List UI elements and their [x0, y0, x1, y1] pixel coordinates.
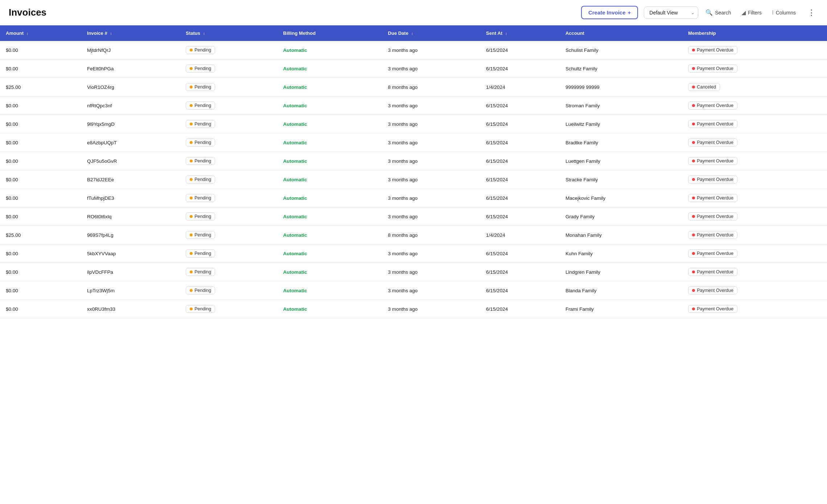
membership-dot	[692, 270, 695, 273]
status-dot	[190, 252, 193, 255]
cell-membership: Payment Overdue	[682, 59, 827, 78]
cell-billing-method: Automatic	[277, 263, 382, 281]
table-row[interactable]: $0.00 xx0RU3fm33 Pending Automatic 3 mon…	[0, 300, 827, 318]
cell-invoice-num: e8AzbpUQpT	[81, 133, 180, 152]
cell-account: Schultz Family	[560, 59, 682, 78]
billing-method-label: Automatic	[283, 269, 307, 275]
col-due-date[interactable]: Due Date ↕	[382, 25, 481, 41]
cell-amount: $0.00	[0, 41, 81, 59]
membership-dot	[692, 141, 695, 144]
status-badge: Pending	[186, 65, 215, 73]
cell-amount: $0.00	[0, 207, 81, 226]
filters-button[interactable]: ◢ Filters	[740, 7, 763, 18]
table-row[interactable]: $0.00 e8AzbpUQpT Pending Automatic 3 mon…	[0, 133, 827, 152]
cell-membership: Payment Overdue	[682, 226, 827, 244]
status-dot	[190, 270, 193, 273]
table-row[interactable]: $25.00 969S7fp4Lg Pending Automatic 8 mo…	[0, 226, 827, 244]
membership-badge: Payment Overdue	[688, 231, 737, 239]
col-amount[interactable]: Amount ↕	[0, 25, 81, 41]
table-row[interactable]: $0.00 RO6t0t6xlq Pending Automatic 3 mon…	[0, 207, 827, 226]
cell-amount: $0.00	[0, 152, 81, 170]
cell-sent-at: 6/15/2024	[480, 133, 560, 152]
cell-amount: $25.00	[0, 78, 81, 96]
col-due-date-label: Due Date	[388, 30, 408, 36]
status-label: Pending	[194, 84, 211, 90]
status-label: Pending	[194, 214, 211, 219]
col-sent-at[interactable]: Sent At ↕	[480, 25, 560, 41]
sort-icon-status: ↕	[203, 31, 205, 36]
cell-membership: Payment Overdue	[682, 115, 827, 133]
billing-method-label: Automatic	[283, 288, 307, 293]
table-row[interactable]: $25.00 VioR1OZ4rg Pending Automatic 8 mo…	[0, 78, 827, 96]
cell-billing-method: Automatic	[277, 133, 382, 152]
col-account-label: Account	[565, 30, 584, 36]
membership-dot	[692, 86, 695, 88]
table-row[interactable]: $0.00 ilpVDcFFPa Pending Automatic 3 mon…	[0, 263, 827, 281]
cell-due-date: 3 months ago	[382, 96, 481, 115]
status-label: Pending	[194, 66, 211, 71]
search-icon: 🔍	[705, 9, 713, 16]
cell-account: Luettgen Family	[560, 152, 682, 170]
billing-method-label: Automatic	[283, 66, 307, 71]
cell-sent-at: 6/15/2024	[480, 59, 560, 78]
col-status[interactable]: Status ↕	[180, 25, 277, 41]
table-row[interactable]: $0.00 B27ldJ2EEe Pending Automatic 3 mon…	[0, 170, 827, 189]
cell-due-date: 3 months ago	[382, 189, 481, 207]
col-account: Account	[560, 25, 682, 41]
membership-dot	[692, 67, 695, 70]
cell-account: Lindgren Family	[560, 263, 682, 281]
invoices-table: Amount ↕ Invoice # ↕ Status ↕ Billing Me…	[0, 25, 827, 318]
membership-dot	[692, 252, 695, 255]
membership-label: Payment Overdue	[697, 47, 733, 53]
status-badge: Pending	[186, 249, 215, 257]
table-row[interactable]: $0.00 FeElt0hPGa Pending Automatic 3 mon…	[0, 59, 827, 78]
status-badge: Pending	[186, 120, 215, 128]
cell-status: Pending	[180, 300, 277, 318]
cell-billing-method: Automatic	[277, 59, 382, 78]
col-invoice-num[interactable]: Invoice # ↕	[81, 25, 180, 41]
status-badge: Pending	[186, 305, 215, 313]
col-status-label: Status	[186, 30, 200, 36]
cell-due-date: 3 months ago	[382, 207, 481, 226]
billing-method-label: Automatic	[283, 214, 307, 219]
table-row[interactable]: $0.00 QJF5u5oGvR Pending Automatic 3 mon…	[0, 152, 827, 170]
membership-label: Payment Overdue	[697, 195, 733, 201]
billing-method-label: Automatic	[283, 121, 307, 127]
status-dot	[190, 197, 193, 199]
table-row[interactable]: $0.00 MjtdrNfQrJ Pending Automatic 3 mon…	[0, 41, 827, 59]
cell-invoice-num: B27ldJ2EEe	[81, 170, 180, 189]
membership-dot	[692, 49, 695, 51]
cell-account: Macejkovic Family	[560, 189, 682, 207]
table-row[interactable]: $0.00 LpTrz3Wj5m Pending Automatic 3 mon…	[0, 281, 827, 300]
membership-dot	[692, 123, 695, 125]
table-row[interactable]: $0.00 9l9Yqx5mgD Pending Automatic 3 mon…	[0, 115, 827, 133]
more-options-button[interactable]: ⋮	[805, 7, 818, 19]
status-dot	[190, 104, 193, 107]
col-membership-label: Membership	[688, 30, 716, 36]
view-select[interactable]: Default View All Invoices Pending Paid	[644, 7, 698, 19]
cell-status: Pending	[180, 41, 277, 59]
membership-label: Payment Overdue	[697, 251, 733, 256]
columns-button[interactable]: ⁝ Columns	[770, 7, 797, 18]
cell-sent-at: 6/15/2024	[480, 244, 560, 263]
table-row[interactable]: $0.00 nfRtQpc3nf Pending Automatic 3 mon…	[0, 96, 827, 115]
cell-due-date: 3 months ago	[382, 115, 481, 133]
status-dot	[190, 215, 193, 218]
cell-sent-at: 6/15/2024	[480, 170, 560, 189]
cell-billing-method: Automatic	[277, 152, 382, 170]
cell-billing-method: Automatic	[277, 170, 382, 189]
search-button[interactable]: 🔍 Search	[704, 7, 732, 18]
membership-label: Canceled	[697, 84, 716, 90]
status-dot	[190, 49, 193, 51]
cell-due-date: 3 months ago	[382, 170, 481, 189]
sort-icon-amount: ↕	[26, 31, 29, 36]
create-invoice-button[interactable]: Create Invoice +	[581, 6, 638, 19]
cell-account: 9999999 99999	[560, 78, 682, 96]
table-row[interactable]: $0.00 5kbXYVVaap Pending Automatic 3 mon…	[0, 244, 827, 263]
table-row[interactable]: $0.00 fTuMhpjDE3 Pending Automatic 3 mon…	[0, 189, 827, 207]
table-header-row: Amount ↕ Invoice # ↕ Status ↕ Billing Me…	[0, 25, 827, 41]
columns-icon: ⁝	[772, 9, 774, 16]
sort-icon-sent-at: ↕	[505, 31, 507, 36]
create-invoice-plus-icon: +	[628, 9, 631, 16]
status-label: Pending	[194, 251, 211, 256]
